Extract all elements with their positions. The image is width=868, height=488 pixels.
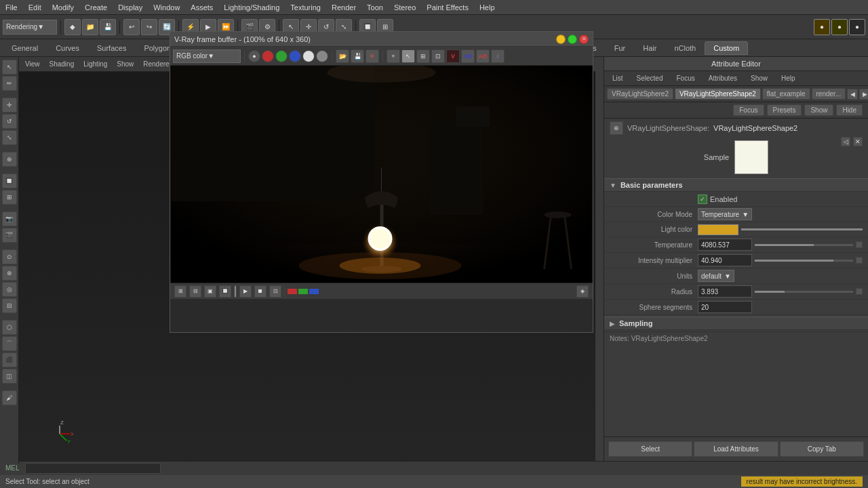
menu-edit[interactable]: Edit — [23, 2, 47, 13]
attr-radius-input[interactable] — [698, 285, 752, 298]
fb-zoom-btn[interactable]: ⊞ — [416, 49, 430, 63]
menu-render[interactable]: Render — [326, 2, 361, 13]
side-camera-icon[interactable]: 📷 — [2, 211, 17, 226]
fb-status-stop-btn[interactable]: ⏹ — [254, 285, 267, 298]
tb-right-1[interactable]: ● — [814, 19, 830, 35]
tb-right-3[interactable]: ● — [849, 19, 865, 35]
attr-intensity-lock[interactable] — [856, 257, 863, 264]
side-paint-skin-icon[interactable]: 🖌 — [2, 390, 17, 405]
attr-sampling-header[interactable]: ▶ Sampling — [604, 317, 868, 330]
attr-light-color-swatch[interactable] — [698, 224, 738, 235]
fb-color-dropdown[interactable]: RGB color ▼ — [173, 49, 241, 63]
tab-fur[interactable]: Fur — [606, 41, 635, 55]
vp-lighting[interactable]: Lighting — [80, 60, 111, 68]
vp-show[interactable]: Show — [113, 60, 137, 68]
tb-icon-1[interactable]: ◆ — [64, 19, 81, 35]
side-manip-icon[interactable]: ⊕ — [2, 152, 17, 167]
menu-help[interactable]: Help — [474, 2, 500, 13]
menu-stereo[interactable]: Stereo — [389, 2, 421, 13]
attr-temperature-input[interactable] — [698, 239, 752, 251]
fb-g-channel[interactable] — [298, 289, 308, 294]
attr-enabled-checkbox[interactable]: ✓ — [698, 195, 707, 204]
attr-sphere-segments-input[interactable] — [698, 301, 752, 313]
mel-input[interactable] — [25, 463, 161, 474]
tab-curves[interactable]: Curves — [47, 41, 88, 55]
attr-tab-attributes[interactable]: Attributes — [703, 73, 743, 83]
attr-collapse-btn[interactable]: ◁ — [841, 137, 850, 146]
fb-open-btn[interactable]: 📂 — [336, 49, 349, 63]
fb-gray-btn[interactable] — [316, 50, 328, 62]
attr-light-color-slider[interactable] — [741, 228, 863, 230]
side-subdiv-icon[interactable]: ◫ — [2, 369, 17, 384]
attr-prev-tab-btn[interactable]: ◀ — [847, 89, 858, 100]
side-select-icon[interactable]: ↖ — [2, 60, 17, 75]
menu-paint-effects[interactable]: Paint Effects — [421, 2, 474, 13]
attr-select-btn[interactable]: Select — [608, 441, 692, 457]
fb-blue-btn[interactable] — [289, 50, 301, 62]
attr-tab-focus[interactable]: Focus — [671, 73, 700, 83]
menu-assets[interactable]: Assets — [185, 2, 218, 13]
attr-type-icon[interactable]: ⊕ — [610, 121, 623, 135]
vp-shading[interactable]: Shading — [46, 60, 78, 68]
side-grid-snap-icon[interactable]: ⊞ — [2, 190, 17, 205]
tb-icon-4[interactable]: ↩ — [123, 19, 140, 35]
vp-view[interactable]: View — [22, 60, 43, 68]
fb-status-2[interactable]: ⊟ — [189, 285, 201, 298]
attr-node-tab-2[interactable]: VRayLightSphereShape2 — [675, 88, 761, 100]
attr-temperature-slider[interactable] — [755, 244, 853, 246]
menu-file[interactable]: File — [0, 2, 23, 13]
fb-clear-btn[interactable]: ✕ — [366, 49, 379, 63]
fb-close-btn[interactable]: ✕ — [579, 35, 589, 44]
tab-surfaces[interactable]: Surfaces — [88, 41, 135, 55]
fb-saveas-btn[interactable]: 💾 — [351, 49, 364, 63]
fb-titlebar[interactable]: V-Ray frame buffer - (100% of 640 x 360)… — [170, 32, 593, 47]
attr-intensity-slider[interactable] — [755, 260, 853, 262]
side-move-icon[interactable]: ✛ — [2, 98, 17, 113]
menu-display[interactable]: Display — [113, 2, 148, 13]
attr-close-btn[interactable]: ✕ — [853, 137, 863, 146]
attr-scroll-area[interactable]: ▼ Basic parameters ✓ Enabled Color Mode … — [604, 177, 868, 436]
attr-tab-list[interactable]: List — [607, 73, 629, 83]
side-scale-icon[interactable]: ⤡ — [2, 130, 17, 145]
side-snap-icon[interactable]: 🔲 — [2, 174, 17, 188]
tab-general[interactable]: General — [3, 41, 47, 55]
attr-presets-btn[interactable]: Presets — [767, 104, 802, 116]
side-paint-icon[interactable]: ✏ — [2, 76, 17, 91]
tb-icon-3[interactable]: 💾 — [100, 19, 116, 35]
attr-load-attributes-btn[interactable]: Load Attributes — [694, 441, 778, 457]
side-rotate-icon[interactable]: ↺ — [2, 114, 17, 129]
fb-lut-btn[interactable]: ⊡ — [431, 49, 445, 63]
tb-right-2[interactable]: ● — [831, 19, 848, 35]
side-cluster-icon[interactable]: ◎ — [2, 282, 17, 297]
fb-plus-btn[interactable]: + — [387, 49, 400, 63]
fb-ab-btn[interactable]: AB — [461, 49, 475, 63]
fb-r-channel[interactable] — [288, 289, 297, 294]
attr-radius-slider[interactable] — [755, 291, 853, 293]
attr-sample-swatch[interactable] — [734, 140, 768, 174]
fb-save-btn[interactable]: ● — [248, 50, 260, 62]
tab-hair[interactable]: Hair — [634, 41, 665, 55]
attr-node-tab-3[interactable]: flat_example — [762, 88, 810, 100]
fb-render-canvas[interactable] — [170, 66, 593, 283]
side-render-icon[interactable]: 🎬 — [2, 228, 17, 243]
attr-intensity-input[interactable] — [698, 254, 752, 266]
fb-info-btn[interactable]: i — [491, 49, 505, 63]
attr-basic-params-header[interactable]: ▼ Basic parameters — [604, 178, 868, 192]
side-nurbs-icon[interactable]: ⌒ — [2, 336, 17, 351]
menu-texturing[interactable]: Texturing — [285, 2, 326, 13]
attr-hide-btn[interactable]: Hide — [836, 104, 863, 116]
rendering-dropdown[interactable]: Rendering ▼ — [3, 20, 57, 35]
menu-window[interactable]: Window — [148, 2, 185, 13]
menu-lighting-shading[interactable]: Lighting/Shading — [218, 2, 285, 13]
attr-tab-show[interactable]: Show — [745, 73, 773, 83]
tb-icon-2[interactable]: 📁 — [82, 19, 98, 35]
tab-custom[interactable]: Custom — [705, 41, 748, 55]
attr-focus-btn[interactable]: Focus — [733, 104, 764, 116]
attr-color-mode-dropdown[interactable]: Temperature ▼ — [698, 208, 752, 220]
fb-maximize-btn[interactable] — [568, 35, 577, 44]
fb-white-btn[interactable] — [302, 50, 315, 62]
menu-toon[interactable]: Toon — [361, 2, 389, 13]
fb-status-region-btn[interactable]: ⊡ — [269, 285, 281, 298]
fb-status-3[interactable]: ▣ — [204, 285, 216, 298]
fb-status-end-btn[interactable]: ◈ — [576, 285, 589, 298]
